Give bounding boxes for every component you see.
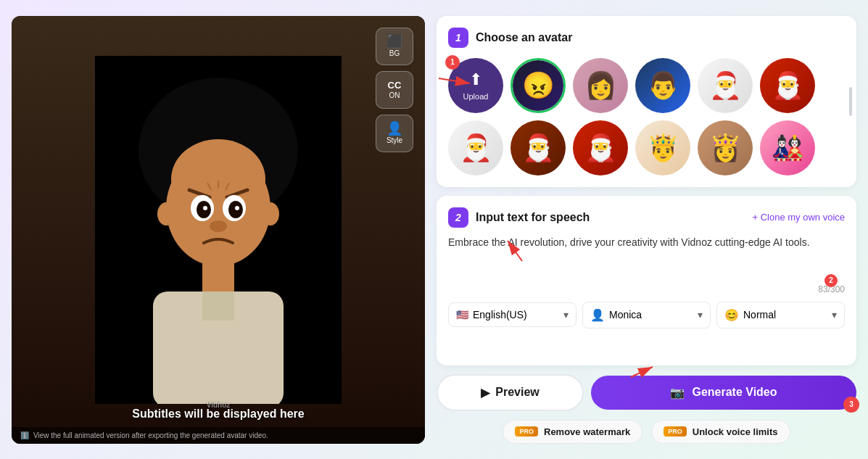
char-counter: 83/300 (448, 284, 845, 294)
svg-point-22 (262, 202, 279, 226)
avatar-item-5[interactable]: 🎅 (698, 58, 753, 113)
preview-button[interactable]: ▶ Preview (437, 374, 584, 411)
video-preview-panel: ⬛ BG CC ON 👤 Style Subtitles will be dis… (12, 16, 425, 444)
avatar-item-2[interactable]: 😠 (511, 58, 566, 113)
pro-features-bar: PRO Remove watermark PRO Unlock voice li… (437, 420, 856, 444)
cc-label: ON (389, 91, 400, 99)
avatar-item-10[interactable]: 🤴 (635, 120, 690, 175)
svg-point-15 (203, 206, 207, 210)
mood-label: Normal (743, 309, 776, 321)
avatar-title: Choose an avatar (476, 31, 572, 44)
bg-icon: ⬛ (387, 35, 402, 48)
text-header: 2 Input text for speech + Clone my own v… (448, 207, 845, 228)
step2-badge: 2 (448, 207, 468, 228)
step1-number-badge: 1 (445, 55, 460, 70)
info-text: View the full animated version after exp… (33, 431, 268, 439)
cc-button[interactable]: CC ON (376, 71, 413, 109)
svg-point-17 (210, 220, 227, 232)
avatar-item-6[interactable]: 🎅 (760, 58, 815, 113)
step1-badge: 1 (448, 28, 468, 48)
unlock-voice-button[interactable]: PRO Unlock voice limits (651, 420, 790, 444)
text-section-header: 2 Input text for speech (448, 207, 590, 228)
language-dropdown[interactable]: 🇺🇸 English(US) ▾ (448, 302, 576, 327)
subtitle-display: Subtitles will be displayed here Vidnoz (12, 408, 425, 421)
svg-point-16 (235, 206, 239, 210)
text-input-section: 2 Input text for speech + Clone my own v… (437, 196, 856, 365)
watermark-label: Remove watermark (544, 426, 630, 437)
step2-number-badge: 2 (824, 274, 838, 287)
avatar-section: 1 Choose an avatar 1 ⬆ Upload 😠 👩 (437, 16, 856, 187)
watermark: Vidnoz (12, 401, 425, 409)
cc-icon: CC (388, 80, 402, 90)
scroll-indicator (849, 87, 852, 116)
upload-label: Upload (463, 92, 489, 101)
step3-number-badge: 3 (843, 397, 859, 413)
voice-settings-row: 🇺🇸 English(US) ▾ 👤 Monica ▾ 😊 Normal ▾ (448, 302, 845, 328)
info-bar: ℹ️ View the full animated version after … (12, 427, 425, 444)
right-panel: 1 Choose an avatar 1 ⬆ Upload 😠 👩 (437, 16, 856, 444)
voice-person-icon: 👤 (590, 308, 605, 322)
voice-label: Monica (609, 309, 642, 321)
camera-icon: 📷 (670, 386, 685, 400)
chevron-down-icon: ▾ (563, 309, 569, 321)
text-title: Input text for speech (476, 211, 590, 224)
svg-point-8 (171, 139, 265, 219)
style-button[interactable]: 👤 Style (376, 115, 413, 152)
style-icon: 👤 (387, 122, 402, 135)
mood-emoji-icon: 😊 (724, 308, 739, 322)
style-label: Style (387, 136, 402, 144)
flag-icon: 🇺🇸 (456, 309, 468, 321)
avatar-header: 1 Choose an avatar (448, 28, 845, 48)
preview-label: Preview (495, 386, 539, 399)
bg-button[interactable]: ⬛ BG (376, 28, 413, 65)
svg-rect-20 (202, 291, 234, 321)
mood-dropdown[interactable]: 😊 Normal ▾ (716, 302, 845, 328)
generate-video-button[interactable]: 📷 Generate Video 3 (591, 376, 856, 410)
clone-voice-link[interactable]: + Clone my own voice (752, 212, 845, 223)
play-icon: ▶ (481, 386, 489, 400)
voice-dropdown[interactable]: 👤 Monica ▾ (582, 302, 711, 328)
upload-icon: ⬆ (469, 70, 482, 89)
avatar-item-12[interactable]: 🎎 (760, 120, 815, 175)
remove-watermark-button[interactable]: PRO Remove watermark (503, 420, 642, 444)
action-buttons-row: ▶ Preview 📷 Generate Video 3 (437, 374, 856, 411)
avatar-item-11[interactable]: 👸 (698, 120, 753, 175)
chevron-down-icon-2: ▾ (698, 309, 703, 321)
avatar-item-7[interactable]: 🎅 (448, 120, 503, 175)
avatar-item-9[interactable]: 🎅 (573, 120, 628, 175)
pro-badge-watermark: PRO (515, 426, 538, 437)
character-display (12, 16, 425, 444)
voice-limits-label: Unlock voice limits (693, 426, 778, 437)
svg-point-21 (157, 202, 175, 226)
avatar-item-8[interactable]: 🎅 (511, 120, 566, 175)
avatar-2-emoji: 😠 (513, 60, 563, 111)
avatar-item-3[interactable]: 👩 (573, 58, 628, 113)
overlay-buttons-container: ⬛ BG CC ON 👤 Style (376, 28, 413, 152)
speech-text-input[interactable]: <span data-bind="right_panel.step2.input… (448, 235, 845, 278)
bg-label: BG (389, 49, 400, 57)
chevron-down-icon-3: ▾ (832, 309, 837, 321)
pro-badge-voice: PRO (664, 426, 687, 437)
svg-rect-18 (202, 257, 234, 294)
info-icon: ℹ️ (20, 431, 29, 439)
avatar-item-4[interactable]: 👨 (635, 58, 690, 113)
language-label: English(US) (473, 309, 527, 321)
generate-label: Generate Video (692, 386, 777, 399)
